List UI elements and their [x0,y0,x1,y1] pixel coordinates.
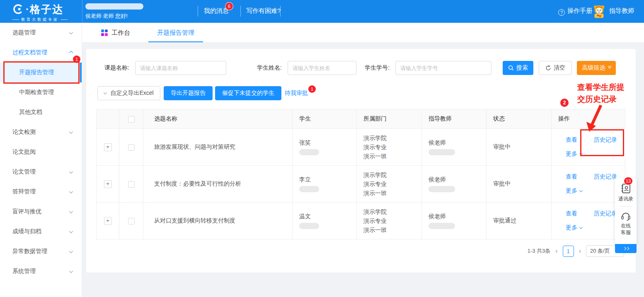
sidebar-item-proposal-report[interactable]: 开题报告管理 [0,63,82,82]
col-advisor: 指导教师 [422,109,487,129]
brand-separator: · [26,3,29,15]
dept-college: 演示学院 [363,133,421,142]
pagination-total: 1-3 共3条 [528,247,551,255]
custom-export-excel-button[interactable]: 自定义导出Excel [97,86,160,100]
dept-class: 演示一班 [363,188,421,198]
advanced-filter-button[interactable]: 高级筛选 [577,61,616,75]
expand-widget-button[interactable] [615,244,637,253]
sidebar-item-process-documents[interactable]: 过程文档管理 [0,43,82,63]
sidebar-item-paper-management[interactable]: 论文管理 [0,162,82,182]
urge-unsubmitted-students-button[interactable]: 催促下未提交的学生 [215,86,281,100]
sidebar-item-topic-management[interactable]: 选题管理 [0,23,82,43]
top-header: · 格子达 教育大数据专家 侯老师 老师 您好! 我的消息 6 写作有困难? ?… [0,0,644,23]
table-row: + 支付制度：必要性及可行性的分析 李立 演示学院 演示专业 演示一班 侯老师 … [97,166,625,203]
my-messages-link[interactable]: 我的消息 [204,7,229,15]
student-id-input[interactable] [395,61,491,75]
operations-cell: 查看 历史记录 更多 [552,166,625,203]
pending-approval-link[interactable]: 待我审批 [285,89,308,97]
headset-icon[interactable] [620,211,631,221]
col-student: 学生 [293,109,357,129]
next-page-button[interactable]: › [578,247,582,255]
view-link[interactable]: 查看 [566,173,585,181]
sidebar-item-label: 成绩与归档 [0,228,41,235]
contacts-label[interactable]: 通讯录 [615,196,637,202]
export-proposal-report-button[interactable]: 导出开题报告 [164,86,213,100]
topic-cell: 从对口支援到横向转移支付制度 [143,203,293,239]
tagline-dash-right [61,19,68,20]
sidebar-item-label: 其他文档 [0,109,42,116]
more-link[interactable]: 更多 [566,187,585,195]
advisor-cell: 侯老师 [422,166,487,203]
annotation-step-badge: 2 [560,99,569,107]
student-name: 李立 [299,176,356,184]
expand-row-button[interactable]: + [104,143,112,151]
view-link[interactable]: 查看 [566,210,585,217]
writing-help-link[interactable]: 写作有困难? [246,7,281,15]
more-link[interactable]: 更多 [566,224,585,232]
topic-name-label: 课题名称: [104,64,129,72]
sidebar-item-system-management[interactable]: 系统管理 [0,261,82,281]
mascot-avatar[interactable] [592,4,606,19]
row-checkbox[interactable] [128,144,135,151]
operations-cell: 查看 历史记录 更多 [552,203,625,239]
tagline-dash-left [12,19,19,20]
page-tabbar: 工作台 开题报告管理 [82,23,644,43]
topic-name-input[interactable] [135,61,226,75]
sidebar-item-label: 异常数据管理 [0,248,47,255]
sidebar-item-defense-management[interactable]: 答辩管理 [0,182,82,202]
header-divider [240,6,241,17]
select-all-checkbox[interactable] [128,116,135,123]
online-service-label-line1[interactable]: 在线 [615,222,637,229]
chevron-down-icon [579,225,583,229]
expand-row-button[interactable]: + [104,180,112,188]
header-divider [198,6,198,17]
student-name: 温文 [299,213,356,220]
page-size-value: 20 条/页 [590,247,610,255]
col-department: 所属部门 [357,109,422,129]
row-checkbox[interactable] [128,218,135,225]
expand-row-button[interactable]: + [104,217,112,225]
student-name-input[interactable] [288,61,356,75]
row-checkbox[interactable] [128,181,135,188]
contacts-icon[interactable] [620,183,631,194]
tab-active-label: 开题报告管理 [157,29,194,37]
more-label: 更多 [566,224,577,232]
manual-link[interactable]: ?操作手册 [558,7,592,16]
tab-workbench[interactable]: 工作台 [101,23,130,43]
annotation-note-line2: 交历史记录 [577,93,625,105]
department-cell: 演示学院 演示专业 演示一班 [357,129,422,166]
sidebar-item-paper-check[interactable]: 论文检测 [0,122,82,142]
sidebar-item-blind-review[interactable]: 盲评与推优 [0,202,82,222]
advisor-cell: 侯老师 [422,203,487,239]
dept-major: 演示专业 [363,179,421,188]
clear-button[interactable]: 清空 [539,61,572,75]
sidebar-item-midterm-check[interactable]: 中期检查管理 [0,82,82,102]
sidebar-item-grades-archive[interactable]: 成绩与归档 [0,222,82,241]
student-name-label: 学生姓名: [257,64,282,72]
operations-cell: 查看 历史记录 更多 [552,129,625,166]
search-button[interactable]: 搜索 [503,61,533,75]
table-row: + 从对口支援到横向转移支付制度 温文 演示学院 演示专业 演示一班 侯老师 审… [97,203,625,239]
sidebar-item-label: 答辩管理 [0,188,36,196]
more-link[interactable]: 更多 [566,150,585,158]
topic-cell: 支付制度：必要性及可行性的分析 [143,166,293,203]
annotation-note: 查看学生所提 交历史记录 [577,81,625,105]
sidebar-item-other-documents[interactable]: 其他文档 [0,102,82,122]
process-documents-badge: 1 [73,56,80,63]
header-divider [82,0,82,23]
advisor-name: 侯老师 [429,176,486,184]
student-cell: 李立 [293,166,357,203]
page-number-button[interactable]: 1 [563,246,574,257]
history-link[interactable]: 历史记录 [594,136,625,144]
chevron-down-icon [69,130,73,134]
tab-workbench-label: 工作台 [111,29,130,37]
col-operations: 操作 [552,109,625,129]
student-id-redacted [299,223,319,229]
sidebar-item-paper-review[interactable]: 论文批阅 [0,142,82,162]
prev-page-button[interactable]: ‹ [554,247,558,255]
tab-proposal-report-management[interactable]: 开题报告管理 [148,23,203,43]
brand-logo[interactable]: · 格子达 教育大数据专家 [12,2,75,22]
online-service-label-line2[interactable]: 客服 [615,229,637,236]
view-link[interactable]: 查看 [566,136,585,144]
sidebar-item-abnormal-data[interactable]: 异常数据管理 [0,241,82,261]
